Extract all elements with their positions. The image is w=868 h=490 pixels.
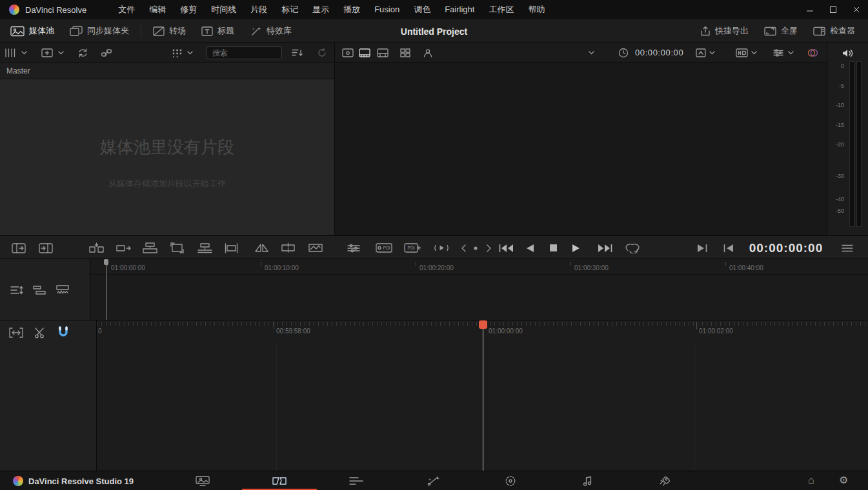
menu-clip[interactable]: 片段 <box>243 0 274 19</box>
menu-edit[interactable]: 编辑 <box>142 0 173 19</box>
color-page-button[interactable] <box>472 471 549 490</box>
smart-insert-icon[interactable] <box>89 236 104 260</box>
play-icon[interactable] <box>572 236 581 260</box>
stop-icon[interactable] <box>549 236 558 260</box>
previous-edit-icon[interactable] <box>723 236 734 260</box>
lower-timeline[interactable]: 0 00:59:58:00 01:00:00:00 01:00:02:00 <box>0 320 868 471</box>
playhead[interactable] <box>483 329 483 471</box>
fusion-page-button[interactable] <box>395 471 472 490</box>
deliver-page-button[interactable] <box>626 471 703 490</box>
ripple-overwrite-icon[interactable] <box>143 236 157 260</box>
append-clip-icon[interactable] <box>116 236 131 260</box>
fairlight-page-button[interactable] <box>549 471 626 490</box>
zoom-level-icon[interactable] <box>696 48 706 57</box>
timeline-options-menu-icon[interactable] <box>842 236 853 260</box>
waveform-display-icon[interactable] <box>56 285 69 295</box>
edit-page-button[interactable] <box>318 471 395 490</box>
titles-button[interactable]: 标题 <box>194 19 242 43</box>
inspector-button[interactable]: 检查器 <box>805 19 863 43</box>
multicam-view-icon[interactable] <box>400 48 410 57</box>
timeline-panel-toggle-icon[interactable] <box>39 236 53 260</box>
menu-mark[interactable]: 标记 <box>274 0 305 19</box>
source-tape-view-icon[interactable] <box>359 48 370 57</box>
frame-forward-icon[interactable] <box>486 236 492 260</box>
refresh-icon[interactable] <box>317 48 327 58</box>
menu-fusion[interactable]: Fusion <box>367 0 407 19</box>
menu-file[interactable]: 文件 <box>111 0 142 19</box>
playback-quality-icon[interactable] <box>736 48 748 57</box>
transport-timecode[interactable]: 00:00:00:00 <box>747 236 825 260</box>
relink-media-icon[interactable] <box>101 48 112 58</box>
tools-icon[interactable] <box>347 236 360 260</box>
track-layout-icon[interactable] <box>33 285 46 295</box>
menu-color[interactable]: 调色 <box>407 0 438 19</box>
place-on-top-icon[interactable] <box>197 236 212 260</box>
add-bin-icon[interactable] <box>41 48 53 58</box>
media-pool-empty-state[interactable]: 媒体池里没有片段 从媒体存储添加片段以开始工作 <box>0 79 334 235</box>
razor-icon[interactable] <box>34 327 45 338</box>
upper-playhead[interactable] <box>106 259 106 320</box>
play-reverse-icon[interactable] <box>525 236 534 260</box>
media-page-button[interactable] <box>164 471 241 490</box>
poi-photo-icon[interactable]: POI <box>376 236 392 260</box>
next-edit-icon[interactable] <box>697 236 708 260</box>
close-button[interactable] <box>845 0 868 19</box>
grading-tools-icon[interactable] <box>807 48 818 58</box>
menu-workspace[interactable]: 工作区 <box>481 0 521 19</box>
source-overwrite-icon[interactable] <box>224 236 239 260</box>
trim-mode-icon[interactable] <box>9 327 23 338</box>
search-input[interactable] <box>207 46 282 59</box>
go-to-end-icon[interactable] <box>598 236 613 260</box>
cut-page-button[interactable] <box>241 471 318 490</box>
media-pool-bin-header[interactable]: Master <box>0 63 334 79</box>
timeline-view-icon[interactable] <box>377 48 389 57</box>
chevron-down-icon[interactable] <box>751 51 757 55</box>
sort-icon[interactable] <box>292 48 303 57</box>
split-clip-icon[interactable] <box>281 236 295 260</box>
upper-timeline[interactable]: 01:00:00:00 01:00:10:00 01:00:20:00 01:0… <box>0 259 868 320</box>
menu-trim[interactable]: 修剪 <box>173 0 204 19</box>
menu-fairlight[interactable]: Fairlight <box>438 0 481 19</box>
snap-icon[interactable] <box>58 326 68 338</box>
viewer-panel[interactable] <box>335 63 827 235</box>
play-around-icon[interactable] <box>434 236 449 260</box>
menu-playback[interactable]: 播放 <box>336 0 367 19</box>
chevron-down-icon[interactable] <box>21 51 27 55</box>
loop-icon[interactable] <box>625 236 640 260</box>
media-pool-button[interactable]: 媒体池 <box>3 19 62 43</box>
source-clip-view-icon[interactable] <box>342 48 354 57</box>
menu-help[interactable]: 帮助 <box>521 0 552 19</box>
effects-library-button[interactable]: 特效库 <box>242 19 299 43</box>
menu-timeline[interactable]: 时间线 <box>204 0 243 19</box>
resync-media-icon[interactable] <box>77 48 88 58</box>
settings-gear-icon[interactable]: ⚙ <box>839 475 848 485</box>
clip-bins-icon[interactable] <box>5 48 16 58</box>
ai-mask-icon[interactable] <box>423 48 433 58</box>
clock-icon[interactable] <box>618 48 629 58</box>
thumbnail-size-icon[interactable] <box>172 48 183 57</box>
maximize-button[interactable] <box>822 0 845 19</box>
chevron-down-icon[interactable] <box>58 51 64 55</box>
playhead-handle[interactable] <box>479 320 487 329</box>
viewer-source-dropdown[interactable] <box>589 51 594 55</box>
media-panel-toggle-icon[interactable] <box>12 236 26 260</box>
go-to-start-icon[interactable] <box>498 236 514 260</box>
quick-export-button[interactable]: 快捷导出 <box>692 19 756 43</box>
project-manager-home-icon[interactable]: ⌂ <box>808 475 814 485</box>
audio-level-icon[interactable] <box>308 236 323 260</box>
minimize-button[interactable] <box>798 0 822 19</box>
speaker-icon[interactable] <box>842 48 854 59</box>
chevron-down-icon[interactable] <box>788 51 794 55</box>
viewer-options-icon[interactable] <box>773 48 783 57</box>
sync-bin-button[interactable]: 同步媒体夹 <box>62 19 137 43</box>
frame-back-icon[interactable] <box>460 236 467 260</box>
track-height-icon[interactable] <box>10 285 23 295</box>
close-up-icon[interactable] <box>170 236 184 260</box>
chevron-down-icon[interactable] <box>187 51 193 55</box>
chevron-down-icon[interactable] <box>709 51 715 55</box>
add-transition-icon[interactable] <box>254 236 269 260</box>
poi-add-icon[interactable]: POI <box>404 236 421 260</box>
fullscreen-button[interactable]: 全屏 <box>756 19 805 43</box>
viewer-timecode[interactable]: 00:00:00:00 <box>635 48 683 57</box>
transitions-button[interactable]: 转场 <box>145 19 194 43</box>
